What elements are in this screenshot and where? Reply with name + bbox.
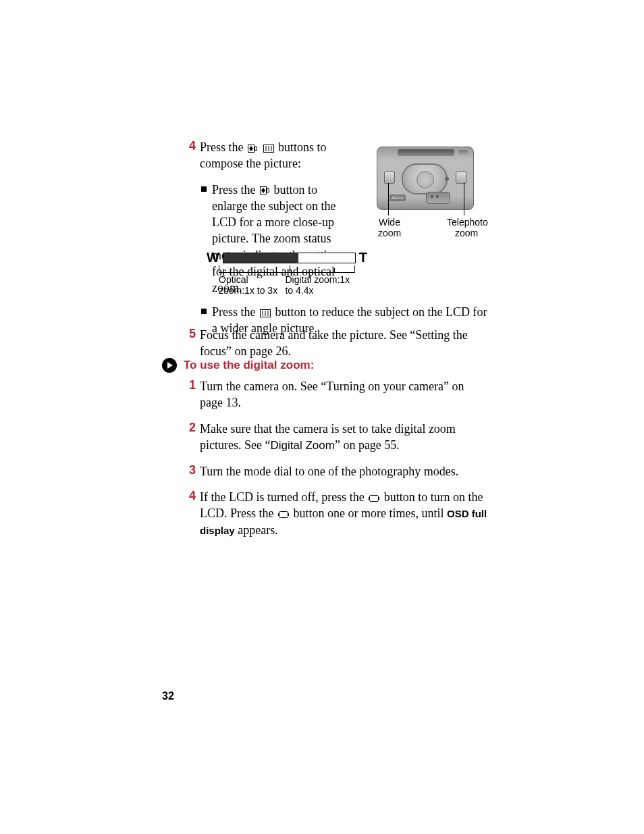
dz-step-2-alt: Digital Zoom (270, 439, 334, 452)
dz-step-4-a: If the LCD is turned off, press the (200, 490, 367, 504)
bullet-reduce-a: Press the (212, 305, 259, 319)
callout-line-wide (388, 183, 389, 215)
camera-top-plate (398, 149, 454, 156)
wide-button-icon (260, 304, 271, 320)
camera-control-dpad (402, 163, 448, 194)
section-heading: To use the digital zoom: (184, 359, 314, 372)
lcd-button-icon (278, 505, 289, 521)
dz-step-1: 1 Turn the camera on. See “Turning on yo… (182, 378, 487, 411)
square-bullet-icon (201, 309, 207, 314)
step-number-4: 4 (182, 139, 196, 153)
svg-rect-9 (267, 189, 269, 192)
camera-shutter-knob (458, 150, 468, 155)
meter-w-label: W (207, 250, 219, 265)
step-5-text: Focus the camera and take the picture. S… (200, 327, 487, 360)
step-number-5: 5 (182, 327, 196, 341)
meter-scale-divider (290, 265, 290, 272)
svg-rect-2 (255, 147, 257, 150)
svg-marker-8 (261, 188, 265, 193)
wide-button-icon (263, 139, 274, 155)
meter-scale (219, 265, 355, 273)
svg-rect-14 (370, 496, 379, 502)
meter-scale-tick (334, 268, 335, 272)
telephoto-button-icon (260, 182, 269, 198)
lcd-button-icon (369, 489, 379, 505)
step-5-block: 5 Focus the camera and take the picture.… (182, 327, 487, 360)
dz-step-2: 2 Make sure that the camera is set to ta… (182, 421, 487, 454)
callout-label-wide: Wide zoom (374, 217, 405, 238)
page-number: 32 (162, 690, 174, 702)
step-4-text-a: Press the (200, 140, 246, 154)
manual-page: 4 Press the buttons to compose the pictu… (0, 0, 644, 834)
section-heading-row: To use the digital zoom: (162, 358, 314, 373)
play-triangle-icon (162, 358, 177, 373)
step-number-1: 1 (182, 378, 196, 392)
dz-step-3: 3 Turn the mode dial to one of the photo… (182, 463, 487, 479)
camera-wide-button (384, 172, 395, 184)
step-4-text: Press the buttons to compose the picture… (200, 139, 354, 172)
dz-step-4-text: If the LCD is turned off, press the butt… (200, 489, 487, 538)
callout-label-tele: Telephoto zoom (447, 217, 486, 238)
step-number-3: 3 (182, 463, 196, 477)
svg-marker-1 (249, 146, 253, 151)
svg-rect-17 (279, 512, 288, 518)
camera-nav-pad (426, 192, 450, 204)
dz-step-4-c: button one or more times, until (290, 506, 447, 520)
camera-body: MENU (377, 147, 474, 210)
camera-tele-button (456, 172, 466, 184)
dz-step-4-d: appears. (235, 523, 278, 537)
step-5-row: 5 Focus the camera and take the picture.… (182, 327, 487, 360)
digital-zoom-steps: 1 Turn the camera on. See “Turning on yo… (182, 378, 487, 548)
meter-optical-label: Optical zoom:1x to 3x (219, 274, 285, 296)
meter-bar-fill (223, 253, 298, 263)
dz-step-3-text: Turn the mode dial to one of the photogr… (200, 463, 487, 479)
meter-bar-row: W T (207, 250, 367, 265)
step-4-row: 4 Press the buttons to compose the pictu… (182, 139, 354, 172)
meter-labels-row: Optical zoom:1x to 3x Digital zoom:1x to… (219, 274, 355, 296)
dz-step-4: 4 If the LCD is turned off, press the bu… (182, 489, 487, 538)
camera-menu-button: MENU (390, 194, 406, 201)
dz-step-1-text: Turn the camera on. See “Turning on your… (200, 378, 487, 411)
dz-step-2-text: Make sure that the camera is set to take… (200, 421, 487, 454)
callout-line-tele (464, 183, 464, 215)
bullet-a: Press the (212, 183, 259, 197)
camera-figure: MENU Wide zoom Telephoto zoom (377, 147, 474, 210)
square-bullet-icon (201, 186, 207, 192)
dz-step-2-b: ” on page 55. (335, 438, 400, 452)
meter-t-label: T (359, 250, 367, 265)
zoom-status-meter: W T Optical zoom:1x to 3x Digital zoom:1… (207, 250, 367, 296)
step-number-4b: 4 (182, 489, 196, 503)
meter-digital-label: Digital zoom:1x to 4.4x (285, 274, 355, 296)
telephoto-button-icon (248, 139, 257, 155)
meter-bar (223, 253, 356, 263)
step-number-2: 2 (182, 421, 196, 435)
